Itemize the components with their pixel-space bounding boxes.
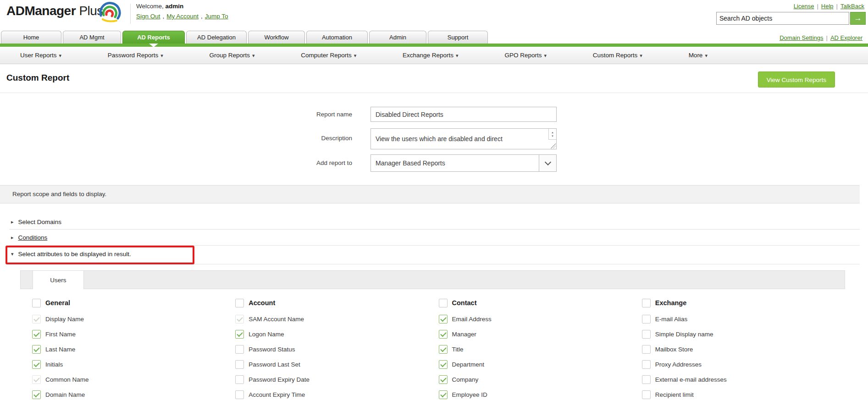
- resize-handle-icon[interactable]: [551, 143, 556, 148]
- talkback-link[interactable]: TalkBack: [840, 3, 864, 10]
- attribute-label: Initials: [45, 361, 63, 368]
- description-textarea[interactable]: View the users which are disabled and di…: [370, 128, 557, 149]
- column-header-row: General: [32, 298, 235, 307]
- attribute-row: Common Name: [32, 375, 235, 384]
- jump-to-link[interactable]: Jump To: [205, 13, 228, 20]
- menu-password-reports[interactable]: Password Reports▾: [108, 52, 163, 59]
- menu-computer-reports[interactable]: Computer Reports▾: [301, 52, 356, 59]
- attribute-row: SAM Account Name: [235, 314, 438, 323]
- menu-label: User Reports: [20, 52, 57, 59]
- ad-explorer-link[interactable]: AD Explorer: [830, 34, 862, 41]
- column-header-label: Contact: [452, 299, 477, 307]
- help-link[interactable]: Help: [821, 3, 834, 10]
- tab-users[interactable]: Users: [33, 270, 84, 289]
- separator: ,: [201, 13, 203, 20]
- title-checkbox[interactable]: [439, 345, 448, 354]
- attribute-label: Last Name: [45, 346, 75, 353]
- exchange-header-checkbox[interactable]: [642, 299, 651, 307]
- column-header-row: Contact: [439, 298, 642, 307]
- sign-out-link[interactable]: Sign Out: [136, 13, 160, 20]
- tab-workflow[interactable]: Workflow: [248, 31, 305, 44]
- accordion-select-domains[interactable]: ▸ Select Domains: [11, 215, 61, 228]
- accordion-label: Select Domains: [18, 219, 62, 225]
- menu-label: Custom Reports: [593, 52, 638, 59]
- logo-swoosh-icon: [94, 0, 123, 24]
- first-name-checkbox[interactable]: [32, 330, 41, 339]
- tab-ad-delegation[interactable]: AD Delegation: [186, 31, 247, 44]
- attribute-row: Domain Name: [32, 390, 235, 399]
- tab-admin[interactable]: Admin: [369, 31, 426, 44]
- accordion-label: Select attributes to be displayed in res…: [18, 251, 131, 258]
- last-name-checkbox[interactable]: [32, 345, 41, 354]
- logon-name-checkbox[interactable]: [235, 330, 244, 339]
- company-checkbox[interactable]: [439, 375, 448, 384]
- attribute-row: Account Expiry Time: [235, 390, 438, 399]
- employee-id-checkbox[interactable]: [439, 390, 448, 399]
- sam-account-name-checkbox[interactable]: [235, 315, 244, 323]
- contact-header-checkbox[interactable]: [439, 299, 448, 307]
- attribute-row: Company: [439, 375, 642, 384]
- department-checkbox[interactable]: [439, 360, 448, 369]
- password-expiry-date-checkbox[interactable]: [235, 375, 244, 384]
- email-alias-checkbox[interactable]: [642, 315, 651, 323]
- password-status-checkbox[interactable]: [235, 345, 244, 354]
- triangle-down-icon: ▾: [11, 251, 14, 257]
- top-links: License|Help|TalkBack: [794, 3, 864, 10]
- menu-exchange-reports[interactable]: Exchange Reports▾: [403, 52, 459, 59]
- tab-ad-reports[interactable]: AD Reports: [122, 31, 185, 44]
- add-report-to-label: Add report to: [257, 159, 352, 166]
- attribute-label: SAM Account Name: [249, 316, 304, 323]
- accordion-select-attributes[interactable]: ▾ Select attributes to be displayed in r…: [11, 247, 131, 260]
- report-name-label: Report name: [257, 111, 352, 118]
- menu-custom-reports[interactable]: Custom Reports▾: [593, 52, 642, 59]
- attribute-label: Password Status: [249, 346, 295, 353]
- logo-text-main: ADManager: [6, 4, 76, 18]
- domain-settings-link[interactable]: Domain Settings: [780, 34, 823, 41]
- menu-label: Exchange Reports: [403, 52, 453, 59]
- account-header-checkbox[interactable]: [235, 299, 244, 307]
- attributes-panel: Users General Display Name First Name La…: [20, 270, 845, 400]
- attribute-row: Mailbox Store: [642, 345, 845, 354]
- add-report-to-select[interactable]: Manager Based Reports: [370, 154, 557, 172]
- caret-down-icon: ▾: [160, 53, 163, 58]
- display-name-checkbox[interactable]: [32, 315, 41, 323]
- general-header-checkbox[interactable]: [32, 299, 41, 307]
- search-go-button[interactable]: →: [850, 12, 866, 25]
- license-link[interactable]: License: [794, 3, 814, 10]
- menu-gpo-reports[interactable]: GPO Reports▾: [504, 52, 547, 59]
- header-divider: [130, 4, 131, 24]
- tab-ad-mgmt[interactable]: AD Mgmt: [63, 31, 121, 44]
- caret-down-icon: ▾: [354, 53, 357, 58]
- tab-automation[interactable]: Automation: [306, 31, 368, 44]
- attribute-label: Department: [452, 361, 485, 368]
- initials-checkbox[interactable]: [32, 360, 41, 369]
- menu-label: GPO Reports: [504, 52, 542, 59]
- my-account-link[interactable]: My Account: [166, 13, 199, 20]
- proxy-addresses-checkbox[interactable]: [642, 360, 651, 369]
- tab-support[interactable]: Support: [428, 31, 488, 44]
- caret-down-icon: ▾: [705, 53, 708, 58]
- manager-checkbox[interactable]: [439, 330, 448, 339]
- attribute-row: Password Expiry Date: [235, 375, 438, 384]
- menu-group-reports[interactable]: Group Reports▾: [209, 52, 254, 59]
- report-name-input[interactable]: [370, 107, 557, 122]
- password-last-set-checkbox[interactable]: [235, 360, 244, 369]
- mailbox-store-checkbox[interactable]: [642, 345, 651, 354]
- description-line1: View the users which are disabled and di…: [376, 132, 544, 145]
- select-dropdown-button[interactable]: [539, 155, 556, 171]
- domain-name-checkbox[interactable]: [32, 390, 41, 399]
- search-input[interactable]: [716, 12, 849, 25]
- attribute-label: Simple Display name: [655, 331, 713, 338]
- simple-display-name-checkbox[interactable]: [642, 330, 651, 339]
- menu-user-reports[interactable]: User Reports▾: [20, 52, 61, 59]
- common-name-checkbox[interactable]: [32, 375, 41, 384]
- account-expiry-time-checkbox[interactable]: [235, 390, 244, 399]
- tab-home[interactable]: Home: [1, 31, 61, 44]
- accordion-conditions[interactable]: ▸ Conditions: [11, 231, 47, 244]
- email-address-checkbox[interactable]: [439, 315, 448, 323]
- view-custom-reports-button[interactable]: View Custom Reports: [758, 71, 835, 88]
- stepper-control[interactable]: ▴ ▾: [548, 129, 556, 140]
- external-email-addresses-checkbox[interactable]: [642, 375, 651, 384]
- recipient-limit-checkbox[interactable]: [642, 390, 651, 399]
- menu-more[interactable]: More▾: [689, 52, 708, 59]
